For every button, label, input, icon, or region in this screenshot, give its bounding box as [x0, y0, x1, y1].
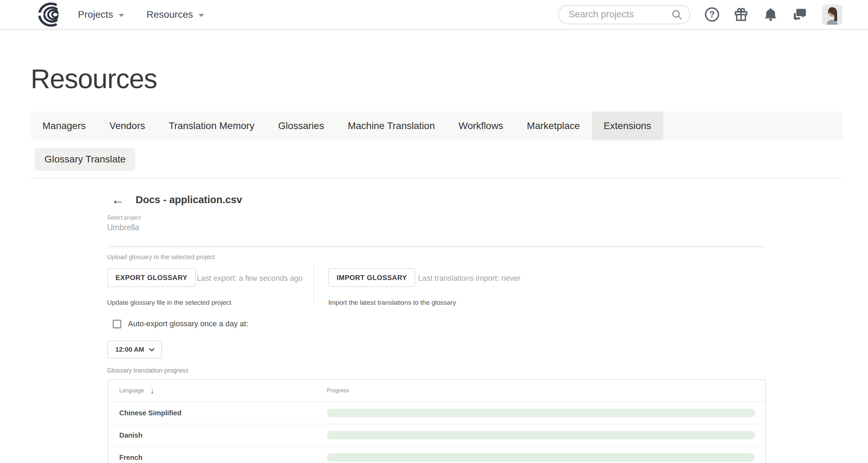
chat-button[interactable]: [792, 6, 807, 23]
search-input[interactable]: [568, 9, 671, 20]
tab-translation-memory[interactable]: Translation Memory: [157, 112, 266, 140]
progress-bar: [327, 431, 755, 439]
table-row: French: [108, 447, 765, 463]
import-status: Last translations import: never: [418, 274, 521, 283]
tab-workflows[interactable]: Workflows: [447, 112, 515, 140]
table-header: Language ↓ Progress: [108, 380, 765, 402]
top-navbar: Projects Resources ?: [0, 0, 868, 30]
avatar[interactable]: [822, 5, 842, 25]
document-header: ← Docs - application.csv: [111, 193, 242, 206]
document-title: Docs - application.csv: [136, 194, 242, 206]
select-project-label: Select project: [107, 215, 141, 221]
nav-menu-projects[interactable]: Projects: [78, 9, 124, 20]
subtab-glossary-translate[interactable]: Glossary Translate: [35, 148, 135, 171]
progress-section-label: Glossary translation progress: [107, 367, 188, 374]
resources-tabbar: Managers Vendors Translation Memory Glos…: [31, 112, 843, 140]
progress-bar: [327, 409, 755, 417]
tab-machine-translation[interactable]: Machine Translation: [336, 112, 447, 140]
search-box: [558, 5, 690, 24]
page-title: Resources: [31, 63, 157, 95]
export-caption: Update glossary file in the selected pro…: [107, 299, 231, 306]
bell-icon: [763, 7, 778, 22]
search-icon[interactable]: [671, 9, 683, 21]
back-arrow-icon[interactable]: ←: [111, 193, 124, 206]
import-glossary-button[interactable]: IMPORT GLOSSARY: [328, 268, 415, 287]
tab-glossaries[interactable]: Glossaries: [266, 112, 336, 140]
time-select[interactable]: 12:00 AM: [107, 341, 162, 359]
sort-descending-icon[interactable]: ↓: [150, 386, 154, 396]
nav-menu-projects-label: Projects: [78, 9, 113, 20]
export-status: Last export: a few seconds ago: [197, 274, 303, 283]
chevron-down-icon: [199, 14, 204, 17]
import-caption: Import the latest translations to the gl…: [328, 299, 456, 306]
language-cell: French: [108, 454, 327, 462]
tab-extensions[interactable]: Extensions: [592, 112, 663, 140]
vertical-divider: [313, 263, 314, 304]
help-button[interactable]: ?: [705, 6, 719, 23]
app-logo[interactable]: [33, 2, 61, 27]
whats-new-button[interactable]: [733, 6, 749, 23]
gift-icon: [733, 7, 749, 23]
column-header-language[interactable]: Language: [119, 388, 144, 394]
progress-bar: [327, 453, 755, 462]
auto-export-label: Auto-export glossary once a day at:: [128, 319, 248, 328]
export-glossary-button[interactable]: EXPORT GLOSSARY: [107, 268, 196, 287]
tab-vendors[interactable]: Vendors: [98, 112, 157, 140]
chevron-down-icon: [149, 346, 155, 351]
nav-menu-resources-label: Resources: [146, 9, 193, 20]
select-project-helper: Upload glossary to the selected project: [107, 254, 215, 261]
page-body: Resources Managers Vendors Translation M…: [0, 31, 868, 463]
swirl-logo-icon: [33, 2, 61, 27]
auto-export-checkbox[interactable]: [113, 320, 121, 328]
language-cell: Danish: [108, 431, 327, 439]
column-header-progress: Progress: [327, 388, 349, 394]
tab-marketplace[interactable]: Marketplace: [515, 112, 592, 140]
select-project-underline: [107, 246, 765, 247]
user-photo-icon: [822, 5, 842, 25]
table-row: Danish: [108, 424, 765, 447]
table-row: Chinese Simplified: [108, 402, 765, 424]
select-project-value[interactable]: Umbrella: [107, 223, 139, 232]
time-select-value: 12:00 AM: [115, 346, 144, 353]
notifications-button[interactable]: [763, 6, 778, 23]
help-icon: ?: [705, 7, 719, 22]
nav-menu-resources[interactable]: Resources: [146, 9, 204, 20]
progress-table: Language ↓ Progress Chinese Simplified D…: [107, 379, 766, 463]
section-divider: [30, 178, 843, 179]
chat-bubbles-icon: [792, 7, 807, 22]
language-cell: Chinese Simplified: [108, 409, 327, 417]
tab-managers[interactable]: Managers: [31, 112, 98, 140]
chevron-down-icon: [119, 14, 124, 17]
